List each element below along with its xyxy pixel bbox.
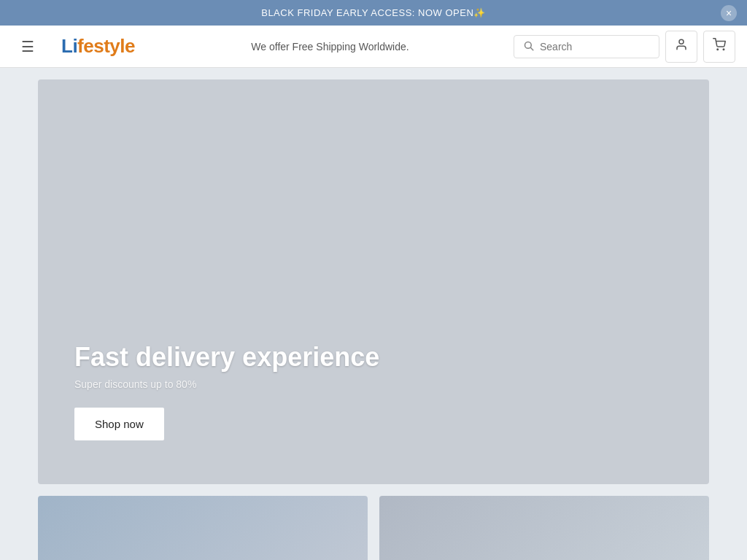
announcement-close-button[interactable]: × <box>721 5 737 21</box>
logo-part1: Li <box>61 35 77 57</box>
user-account-button[interactable] <box>665 31 697 63</box>
user-icon <box>675 38 688 55</box>
cart-icon <box>713 38 726 55</box>
svg-point-4 <box>723 49 724 50</box>
announcement-text: BLACK FRIDAY EARLY ACCESS: NOW OPEN✨ <box>261 7 486 18</box>
hero-subtitle: Super discounts up to 80% <box>74 378 379 390</box>
svg-line-1 <box>530 47 533 50</box>
logo[interactable]: Lifestyle <box>50 26 147 67</box>
svg-point-2 <box>679 39 684 44</box>
menu-toggle-button[interactable]: ☰ <box>12 31 44 63</box>
hero-title: Fast delivery experience <box>74 342 379 373</box>
bottom-card-left[interactable] <box>38 496 368 560</box>
hamburger-icon: ☰ <box>21 38 34 55</box>
svg-point-3 <box>717 49 719 50</box>
search-icon <box>523 40 534 53</box>
hero-banner: Fast delivery experience Super discounts… <box>38 79 709 484</box>
shop-now-button[interactable]: Shop now <box>74 408 164 440</box>
cart-button[interactable] <box>703 31 735 63</box>
search-bar[interactable] <box>514 35 659 58</box>
navbar: ☰ Lifestyle We offer Free Shipping World… <box>0 26 747 68</box>
bottom-cards-row <box>38 496 709 560</box>
hero-content: Fast delivery experience Super discounts… <box>74 342 379 440</box>
bottom-card-right[interactable] <box>379 496 709 560</box>
announcement-bar: BLACK FRIDAY EARLY ACCESS: NOW OPEN✨ × <box>0 0 747 26</box>
search-input[interactable] <box>540 41 650 52</box>
logo-part2: festyle <box>77 35 135 57</box>
nav-tagline: We offer Free Shipping Worldwide. <box>152 41 508 52</box>
